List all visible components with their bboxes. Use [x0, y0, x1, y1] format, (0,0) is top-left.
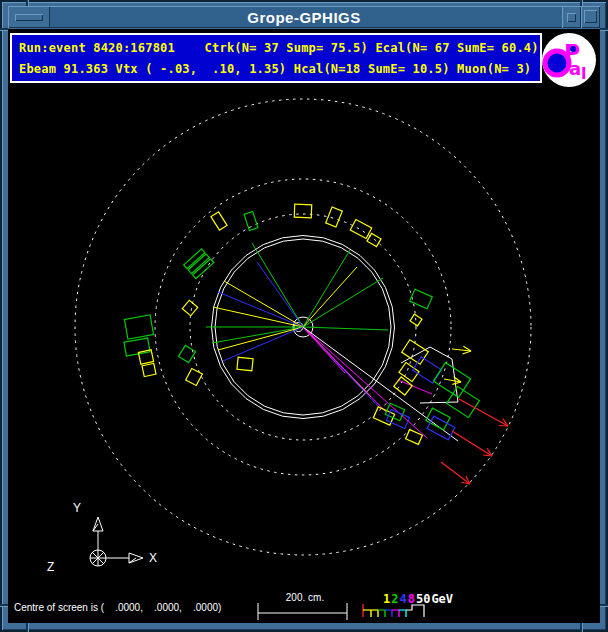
restore-button[interactable]	[562, 6, 581, 28]
frame-groove	[0, 28, 8, 30]
svg-text:a: a	[569, 58, 581, 79]
cluster	[182, 300, 197, 315]
window-title: Grope-GPHIGS	[8, 9, 600, 26]
legend-unit: 1	[383, 592, 390, 606]
scale-bar	[258, 603, 347, 620]
cluster	[326, 207, 343, 227]
title-bar[interactable]: Grope-GPHIGS	[8, 6, 600, 28]
particle-tracks	[206, 243, 458, 441]
event-info-line1: Run:event 8420:167801 Ctrk(N= 37 Sump= 7…	[12, 35, 540, 59]
cluster	[124, 338, 150, 356]
cluster	[244, 212, 258, 231]
event-info-panel: Run:event 8420:167801 Ctrk(N= 37 Sump= 7…	[10, 33, 542, 83]
scale-bar-label: 200. cm.	[262, 592, 348, 603]
y-axis-label: Y	[73, 501, 81, 515]
legend-unit: 8	[408, 592, 415, 606]
frame-groove	[26, 623, 28, 632]
legend-unit: 4	[399, 592, 406, 606]
cluster	[186, 368, 203, 385]
energy-legend: 124850GeV	[383, 592, 454, 606]
frame-groove	[580, 623, 582, 632]
cluster	[211, 212, 227, 230]
maximize-icon	[584, 10, 597, 23]
frame-groove	[600, 28, 608, 30]
frame-groove	[0, 604, 8, 606]
maximize-button[interactable]	[581, 6, 600, 28]
cluster	[142, 363, 156, 376]
cluster	[178, 345, 195, 362]
cluster	[385, 403, 404, 420]
legend-unit: 50	[416, 592, 430, 606]
detector-view[interactable]: P a l	[8, 29, 600, 623]
cluster	[294, 204, 311, 218]
svg-text:l: l	[581, 64, 586, 83]
event-info-line2: Ebeam 91.363 Vtx ( -.03, .10, 1.35) Hcal…	[12, 59, 540, 80]
cluster	[410, 289, 433, 309]
axis-gizmo	[90, 517, 143, 566]
cluster	[350, 219, 372, 238]
x-axis-label: X	[149, 551, 157, 565]
cluster	[124, 315, 153, 339]
centre-of-screen-text: Centre of screen is ( .0000, .0000, .000…	[14, 602, 221, 613]
z-axis-label: Z	[47, 560, 54, 574]
app-window: Grope-GPHIGS Run:event 8420:167801 Ctrk(…	[0, 0, 608, 632]
opal-logo: P a l	[542, 33, 596, 87]
legend-unit: 2	[391, 592, 398, 606]
frame-groove	[600, 604, 608, 606]
restore-icon	[567, 13, 576, 22]
cluster	[237, 357, 253, 371]
legend-unit: GeV	[431, 592, 453, 606]
